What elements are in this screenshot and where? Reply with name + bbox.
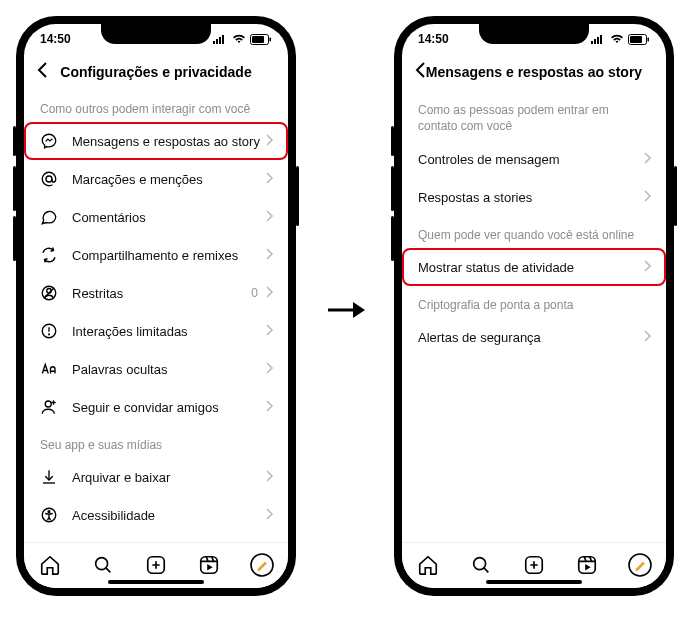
row-label: Alertas de segurança [418,330,642,345]
chevron-right-icon [264,248,274,263]
tab-profile[interactable] [627,552,653,578]
svg-point-13 [49,334,50,335]
svg-rect-0 [213,41,215,44]
typography-icon [38,360,60,378]
add-person-icon [38,398,60,416]
chevron-right-icon [264,210,274,225]
phone-right: 14:50 Mensagens e respostas ao story Com… [394,16,674,596]
row-respostas-stories[interactable]: Respostas a stories [402,178,666,216]
row-mensagens-respostas[interactable]: Mensagens e respostas ao story [24,122,288,160]
svg-rect-3 [222,35,224,44]
svg-marker-50 [585,564,591,570]
chevron-right-icon [264,508,274,523]
home-indicator [108,580,204,584]
tab-create[interactable] [143,552,169,578]
svg-rect-2 [219,37,221,44]
row-label: Restritas [72,286,251,301]
row-arquivar-baixar[interactable]: Arquivar e baixar [24,458,288,496]
chevron-right-icon [264,362,274,377]
row-label: Arquivar e baixar [72,470,264,485]
row-label: Controles de mensagem [418,152,642,167]
section-header: Criptografia de ponta a ponta [402,286,666,318]
at-icon [38,170,60,188]
row-acessibilidade[interactable]: Acessibilidade [24,496,288,534]
svg-point-41 [474,557,486,569]
tab-home[interactable] [415,552,441,578]
row-label: Respostas a stories [418,190,642,205]
row-seguir-convidar[interactable]: Seguir e convidar amigos [24,388,288,426]
settings-list: Como as pessoas podem entrar em contato … [402,90,666,538]
page-title: Mensagens e respostas ao story [426,64,642,80]
row-restritas[interactable]: Restritas 0 [24,274,288,312]
wifi-icon [610,34,624,44]
row-status-atividade[interactable]: Mostrar status de atividade [402,248,666,286]
svg-marker-33 [353,302,365,318]
row-label: Seguir e convidar amigos [72,400,264,415]
cellular-icon [213,34,228,44]
svg-point-19 [48,511,50,513]
row-label: Interações limitadas [72,324,264,339]
chevron-right-icon [264,134,274,149]
svg-rect-46 [579,556,596,573]
section-header: Quem pode ver quando você está online [402,216,666,248]
svg-rect-40 [648,37,650,41]
row-meta: 0 [251,286,258,300]
chat-bubble-icon [38,208,60,226]
mute-switch [391,126,394,156]
svg-rect-6 [270,37,272,41]
svg-rect-36 [597,37,599,44]
volume-down-button [391,216,394,261]
tab-home[interactable] [37,552,63,578]
mute-switch [13,126,16,156]
chevron-right-icon [642,330,652,345]
tab-reels[interactable] [196,552,222,578]
battery-icon [628,34,650,45]
tab-search[interactable] [90,552,116,578]
page-title: Configurações e privacidade [60,64,251,80]
back-button[interactable] [412,61,430,83]
row-label: Acessibilidade [72,508,264,523]
svg-point-21 [96,557,108,569]
row-marcacoes-mencoes[interactable]: Marcações e menções [24,160,288,198]
chevron-right-icon [264,470,274,485]
row-alertas-seguranca[interactable]: Alertas de segurança [402,318,666,356]
accessibility-icon [38,506,60,524]
row-label: Palavras ocultas [72,362,264,377]
clock: 14:50 [418,32,449,46]
tab-profile[interactable] [249,552,275,578]
notch [479,24,589,44]
volume-down-button [13,216,16,261]
row-compartilhamento-remixes[interactable]: Compartilhamento e remixes [24,236,288,274]
home-indicator [486,580,582,584]
svg-marker-30 [207,564,213,570]
restricted-icon [38,284,60,302]
arrow-between-icon [325,295,365,325]
tab-create[interactable] [521,552,547,578]
battery-icon [250,34,272,45]
svg-rect-26 [201,556,218,573]
reshare-icon [38,246,60,264]
tab-reels[interactable] [574,552,600,578]
chevron-right-icon [264,400,274,415]
limit-icon [38,322,60,340]
svg-point-14 [45,401,51,407]
back-button[interactable] [34,61,52,83]
row-interacoes-limitadas[interactable]: Interações limitadas [24,312,288,350]
svg-rect-34 [591,41,593,44]
power-button [296,166,299,226]
chevron-right-icon [642,190,652,205]
chevron-right-icon [642,152,652,167]
tab-search[interactable] [468,552,494,578]
svg-rect-39 [630,36,642,43]
row-controles-mensagem[interactable]: Controles de mensagem [402,140,666,178]
svg-rect-37 [600,35,602,44]
row-comentarios[interactable]: Comentários [24,198,288,236]
svg-point-7 [46,176,52,182]
svg-rect-35 [594,39,596,44]
row-idioma[interactable]: Idioma [24,534,288,538]
svg-line-42 [484,567,488,571]
power-button [674,166,677,226]
notch [101,24,211,44]
row-palavras-ocultas[interactable]: Palavras ocultas [24,350,288,388]
section-header: Como outros podem interagir com você [24,90,288,122]
